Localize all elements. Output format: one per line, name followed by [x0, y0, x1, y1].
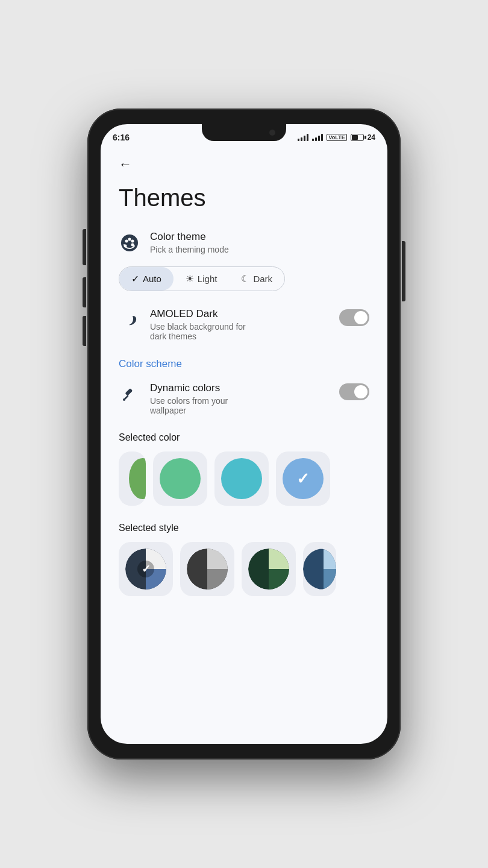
theme-btn-light[interactable]: ☀ Light	[174, 267, 230, 291]
theme-btn-dark[interactable]: ☾ Dark	[229, 267, 284, 291]
volume-buttons	[83, 277, 86, 346]
color-swatch-3[interactable]: ✓	[276, 451, 330, 506]
svg-rect-6	[125, 388, 133, 396]
battery-level: 24	[368, 133, 375, 142]
color-circle-0	[129, 458, 146, 499]
color-theme-section: Color theme Pick a theming mode	[119, 231, 369, 254]
style-swatch-1[interactable]	[180, 542, 234, 596]
battery-fill	[352, 135, 358, 140]
color-theme-text: Color theme Pick a theming mode	[150, 231, 229, 254]
color-theme-subtitle: Pick a theming mode	[150, 245, 229, 254]
phone-frame: 6:16 VoLTE	[87, 108, 401, 760]
dynamic-colors-text: Dynamic colors Use colors from your wall…	[150, 382, 228, 415]
signal-bars-2	[312, 134, 323, 141]
amoled-title: AMOLED Dark	[150, 308, 246, 320]
status-time: 6:16	[113, 133, 130, 142]
color-swatch-grid: ✓	[119, 451, 369, 506]
status-icons: VoLTE 24	[298, 133, 375, 142]
back-arrow-icon: ←	[119, 157, 132, 172]
color-swatch-2[interactable]	[214, 451, 269, 506]
amoled-row: AMOLED Dark Use black background for dar…	[119, 308, 369, 341]
page-title: Themes	[119, 184, 369, 212]
moon-icon: ☾	[241, 273, 249, 285]
back-button[interactable]: ←	[119, 157, 369, 172]
eyedropper-icon	[119, 383, 140, 405]
style-pie-0: ✓	[125, 549, 166, 590]
style-swatch-2[interactable]	[242, 542, 296, 596]
camera-dot	[269, 130, 275, 136]
color-circle-1	[160, 458, 201, 499]
color-swatch-0[interactable]	[119, 451, 146, 506]
color-theme-title: Color theme	[150, 231, 229, 243]
color-circle-2	[221, 458, 262, 499]
dynamic-colors-left: Dynamic colors Use colors from your wall…	[119, 382, 339, 415]
theme-btn-auto-label: Auto	[143, 274, 161, 284]
dynamic-colors-toggle[interactable]	[339, 383, 369, 400]
style-swatch-grid: ✓	[119, 542, 369, 596]
svg-point-2	[128, 238, 131, 241]
screen: 6:16 VoLTE	[101, 124, 387, 744]
svg-line-7	[125, 396, 128, 399]
svg-point-5	[124, 245, 127, 248]
svg-point-8	[123, 398, 125, 401]
dynamic-colors-subtitle: Use colors from your wallpaper	[150, 396, 228, 415]
selected-style-label: Selected style	[119, 523, 369, 533]
amoled-text: AMOLED Dark Use black background for dar…	[150, 308, 246, 341]
style-swatch-0[interactable]: ✓	[119, 542, 173, 596]
theme-toggle-group: ✓ Auto ☀ Light ☾ Dark	[119, 266, 285, 291]
color-check-3: ✓	[283, 458, 324, 499]
selected-color-label: Selected color	[119, 432, 369, 443]
color-scheme-label: Color scheme	[119, 358, 369, 370]
color-swatch-1[interactable]	[153, 451, 207, 506]
style-pie-3	[303, 549, 336, 590]
dynamic-colors-row: Dynamic colors Use colors from your wall…	[119, 382, 369, 415]
svg-point-3	[131, 240, 134, 243]
check-icon: ✓	[131, 273, 139, 285]
svg-point-1	[125, 240, 128, 243]
amoled-icon	[119, 309, 140, 331]
notch	[202, 124, 286, 141]
theme-btn-auto[interactable]: ✓ Auto	[119, 267, 174, 291]
style-pie-2	[248, 549, 289, 590]
amoled-subtitle: Use black background for dark themes	[150, 322, 246, 341]
content-area: ← Themes Color	[101, 151, 387, 744]
amoled-toggle[interactable]	[339, 309, 369, 326]
style-pie-1	[187, 549, 228, 590]
battery-icon	[351, 134, 364, 141]
volte-badge: VoLTE	[327, 134, 346, 141]
theme-btn-light-label: Light	[198, 274, 217, 284]
status-bar: 6:16 VoLTE	[101, 124, 387, 151]
palette-icon	[119, 232, 140, 254]
dynamic-colors-title: Dynamic colors	[150, 382, 228, 394]
signal-bars-1	[298, 134, 308, 141]
svg-point-4	[131, 244, 134, 247]
amoled-left: AMOLED Dark Use black background for dar…	[119, 308, 339, 341]
svg-text:✓: ✓	[142, 563, 151, 575]
style-swatch-3[interactable]	[303, 542, 336, 596]
sun-icon: ☀	[186, 273, 194, 285]
theme-btn-dark-label: Dark	[253, 274, 272, 284]
